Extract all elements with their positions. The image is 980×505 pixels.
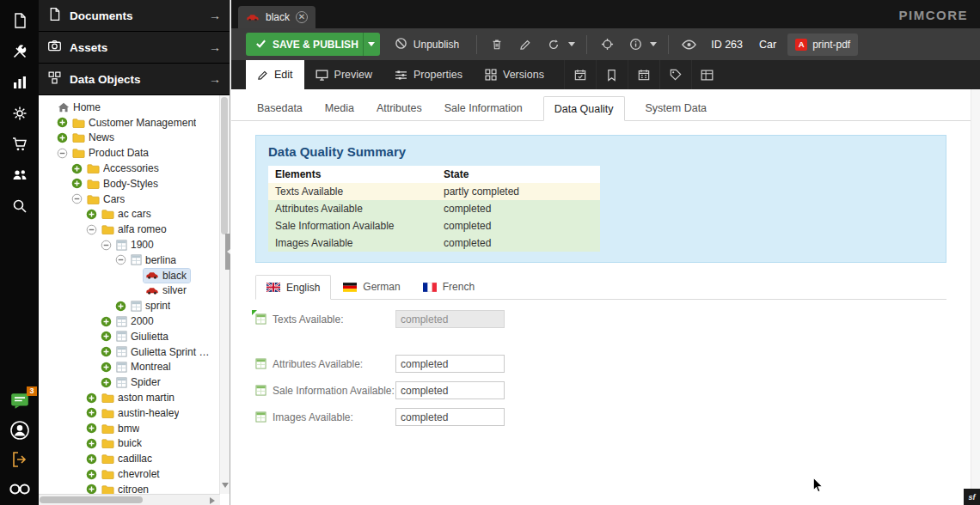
images-available-input[interactable] <box>395 408 505 426</box>
bookmark-icon[interactable] <box>596 60 628 89</box>
pimcore-logo-icon[interactable] <box>9 478 31 500</box>
expand-icon[interactable] <box>86 209 97 220</box>
expand-icon[interactable] <box>86 392 97 404</box>
tree-item[interactable]: ac cars <box>39 207 219 222</box>
tree-item[interactable]: aston martin <box>39 390 219 405</box>
subtab-versions[interactable]: Versions <box>474 60 555 89</box>
expand-icon[interactable] <box>101 377 112 388</box>
sale-information-available-input[interactable] <box>395 381 505 399</box>
settings-icon[interactable] <box>9 102 31 125</box>
collapse-icon[interactable] <box>57 148 68 159</box>
tree-item[interactable]: black <box>39 268 219 283</box>
info-options-button[interactable] <box>647 33 659 56</box>
locate-in-tree-button[interactable] <box>596 33 618 56</box>
subtab-properties[interactable]: Properties <box>383 60 474 89</box>
save-publish-button[interactable]: SAVE & PUBLISH <box>246 33 368 56</box>
reload-options-button[interactable] <box>566 33 578 56</box>
tab-media[interactable]: Media <box>323 96 356 120</box>
tree-item[interactable]: Body-Styles <box>39 176 219 192</box>
expand-icon[interactable] <box>86 453 97 465</box>
lang-tab-french[interactable]: French <box>413 275 485 299</box>
content-scrollbar[interactable] <box>971 89 980 505</box>
unpublish-button[interactable]: Unpublish <box>386 33 468 56</box>
debug-toolbar-badge[interactable]: sf <box>964 489 980 505</box>
vertical-scroll-thumb[interactable] <box>221 97 228 234</box>
texts-available-input[interactable] <box>395 310 505 328</box>
rename-button[interactable] <box>514 33 536 56</box>
expand-icon[interactable] <box>101 331 112 342</box>
tree-item[interactable]: Montreal <box>39 360 219 375</box>
tree-item[interactable]: austin-healey <box>39 405 219 421</box>
info-button[interactable] <box>624 33 646 56</box>
expand-icon[interactable] <box>101 346 112 357</box>
tree-item[interactable]: Spider <box>39 374 219 390</box>
close-icon[interactable]: ✕ <box>296 11 308 23</box>
scroll-right-arrow-icon[interactable] <box>210 497 218 504</box>
tree-item[interactable]: Home <box>39 100 219 115</box>
tree-item[interactable]: Gulietta Sprint Specia <box>39 344 219 360</box>
tree-item[interactable]: 1900 <box>39 237 219 252</box>
attributes-available-input[interactable] <box>395 355 505 373</box>
notifications-icon[interactable]: 3 <box>9 390 31 412</box>
expand-icon[interactable] <box>86 484 97 494</box>
reload-button[interactable] <box>542 33 565 56</box>
collapse-icon[interactable] <box>115 254 126 265</box>
search-icon[interactable] <box>9 195 31 217</box>
tab-data-quality[interactable]: Data Quality <box>543 96 625 121</box>
tab-basedata[interactable]: Basedata <box>255 96 304 120</box>
tree-item[interactable]: Cars <box>39 192 219 207</box>
lang-tab-german[interactable]: German <box>333 275 410 299</box>
lang-tab-english[interactable]: English <box>255 275 331 300</box>
ecommerce-icon[interactable] <box>9 133 31 155</box>
scroll-down-arrow-icon[interactable] <box>222 483 229 491</box>
expand-icon[interactable] <box>86 423 97 434</box>
expand-icon[interactable] <box>86 407 97 418</box>
user-icon[interactable] <box>9 419 31 441</box>
tree-item[interactable]: Customer Management <box>39 115 219 131</box>
tab-sale-information[interactable]: Sale Information <box>443 96 524 120</box>
expand-icon[interactable] <box>71 163 83 174</box>
expand-icon[interactable] <box>101 316 112 327</box>
tree-item[interactable]: citroen <box>39 482 219 494</box>
tree-item[interactable]: buick <box>39 436 219 452</box>
tree-item[interactable]: alfa romeo <box>39 222 219 237</box>
horizontal-scroll-thumb[interactable] <box>40 496 143 503</box>
expand-icon[interactable] <box>71 178 83 189</box>
print-pdf-button[interactable]: A print-pdf <box>787 33 858 56</box>
reports-icon[interactable] <box>9 71 31 94</box>
tree-item[interactable]: News <box>39 131 219 146</box>
expand-icon[interactable] <box>86 469 97 480</box>
expand-icon[interactable] <box>86 438 97 449</box>
collapse-icon[interactable] <box>86 224 97 235</box>
subtab-preview[interactable]: Preview <box>304 60 383 89</box>
schedule-icon[interactable] <box>564 60 596 89</box>
delete-button[interactable] <box>486 33 508 56</box>
panel-collapse-handle[interactable] <box>225 234 230 270</box>
tag-icon[interactable] <box>659 60 691 89</box>
tools-icon[interactable] <box>9 40 31 63</box>
tab-attributes[interactable]: Attributes <box>375 96 424 120</box>
tree-item[interactable]: silver <box>39 283 219 299</box>
accordion-data-objects[interactable]: Data Objects → <box>39 64 230 95</box>
calendar-icon[interactable] <box>628 60 659 89</box>
tab-system-data[interactable]: System Data <box>644 96 709 120</box>
open-preview-button[interactable] <box>677 33 700 56</box>
accordion-assets[interactable]: Assets → <box>39 32 230 64</box>
tree-item[interactable]: Product Data <box>39 145 219 161</box>
tree-item[interactable]: 2000 <box>39 313 219 329</box>
expand-icon[interactable] <box>101 362 112 373</box>
tree-vertical-scrollbar[interactable] <box>219 95 230 494</box>
tree-item[interactable]: Accessories <box>39 161 219 176</box>
logout-icon[interactable] <box>9 448 31 471</box>
collapse-icon[interactable] <box>101 240 112 251</box>
tree-item[interactable]: Giulietta <box>39 329 219 344</box>
tree-item[interactable]: berlina <box>39 252 219 268</box>
tab-black[interactable]: black ✕ <box>238 6 315 28</box>
expand-icon[interactable] <box>57 117 68 128</box>
accordion-documents[interactable]: Documents → <box>39 0 230 32</box>
save-options-button[interactable] <box>363 33 380 56</box>
subtab-edit[interactable]: Edit <box>246 60 304 89</box>
documents-icon[interactable] <box>9 9 31 32</box>
collapse-icon[interactable] <box>71 193 83 204</box>
tree-horizontal-scrollbar[interactable] <box>39 494 220 505</box>
